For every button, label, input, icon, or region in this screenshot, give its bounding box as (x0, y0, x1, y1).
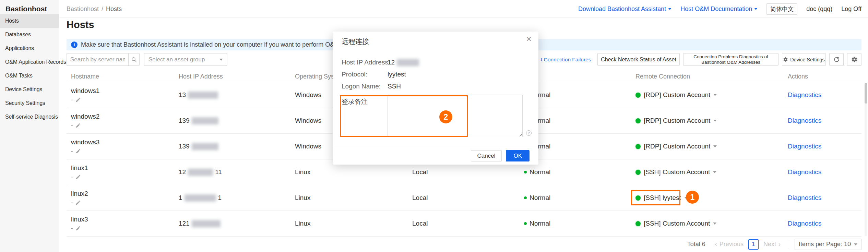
download-assistant-link[interactable]: Download Bastionhost Assistant (578, 5, 671, 13)
hostname: windows1 (71, 87, 99, 95)
sidebar-item-applications[interactable]: Applications (0, 41, 59, 55)
om-documentation-link[interactable]: Host O&M Documentation (680, 5, 758, 13)
device-settings-button[interactable]: Device Settings (782, 53, 826, 66)
diagnostics-link[interactable]: Diagnostics (788, 143, 821, 150)
connection-status-icon (635, 170, 641, 175)
help-icon[interactable]: ? (526, 130, 532, 136)
chevron-right-icon: › (778, 241, 781, 248)
next-button[interactable]: Next› (763, 241, 781, 248)
page-title: Hosts (67, 19, 94, 31)
edit-icon[interactable] (75, 123, 81, 128)
os-label: Linux (295, 211, 310, 236)
close-icon[interactable]: × (526, 34, 532, 44)
remote-connection-modal: 远程连接 × Host IP Address: 12 Protocol: lyy… (333, 32, 538, 165)
settings-button[interactable] (847, 53, 861, 66)
breadcrumb-root[interactable]: Bastionhost (67, 5, 99, 13)
edit-icon[interactable] (75, 148, 81, 154)
diagnostics-link[interactable]: Diagnostics (788, 194, 821, 202)
breadcrumb: Bastionhost / Hosts (67, 0, 122, 18)
status-label: Normal (530, 168, 550, 176)
ok-button[interactable]: OK (506, 150, 530, 161)
hostname: windows2 (71, 113, 99, 120)
log-off-link[interactable]: Log Off (841, 5, 861, 13)
th-hostname: Hostname (71, 71, 99, 82)
status-dot (524, 222, 527, 225)
connection-status-icon (635, 221, 641, 226)
search-box (67, 53, 140, 66)
hostname: linux3 (71, 216, 88, 223)
redacted-ip (397, 59, 419, 66)
previous-button[interactable]: ‹Previous (715, 241, 744, 248)
page-number[interactable]: 1 (748, 239, 759, 250)
login-remark-textarea[interactable] (388, 95, 523, 137)
status-dot (524, 171, 527, 173)
remote-connection-dropdown[interactable]: [SSH] Custom Account (635, 211, 716, 236)
search-input[interactable] (67, 53, 128, 65)
diagnostics-link[interactable]: Diagnostics (788, 91, 821, 99)
remote-connection-dropdown[interactable]: [RDP] Custom Account (635, 82, 717, 108)
diagnostics-link[interactable]: Diagnostics (788, 117, 821, 124)
sidebar-item-om-application-records[interactable]: O&M Application Records (0, 55, 59, 69)
host-ip-value: 12 (388, 59, 421, 66)
divider (789, 240, 789, 249)
remote-connection-dropdown[interactable]: [SSH] Custom Account (635, 159, 716, 185)
diagnostics-link[interactable]: Diagnostics (788, 168, 821, 176)
sidebar-item-databases[interactable]: Databases (0, 28, 59, 41)
language-button[interactable]: 简体中文 (766, 3, 797, 15)
gear-icon (851, 56, 858, 63)
scrollbar-track[interactable] (865, 83, 867, 236)
redacted-ip (188, 169, 213, 176)
diagnostics-link[interactable]: Diagnostics (788, 220, 821, 227)
remote-connection-dropdown[interactable]: [RDP] Custom Account (635, 134, 717, 159)
edit-icon[interactable] (75, 97, 81, 103)
th-remote-connection: Remote Connection (635, 71, 690, 82)
asset-group-select[interactable]: Select an asset group (144, 53, 227, 66)
table-row: linux2 - 11 Linux Local Normal [SSH] lyy… (67, 185, 861, 211)
remote-connection-dropdown[interactable]: [SSH] lyytest (635, 185, 688, 211)
network-label: Local (412, 185, 428, 211)
network-label: Local (412, 211, 428, 236)
os-label: Windows (295, 108, 321, 133)
breadcrumb-separator: / (102, 5, 103, 13)
cancel-button[interactable]: Cancel (471, 150, 502, 161)
redacted-ip (192, 117, 218, 124)
refresh-icon (833, 56, 840, 63)
sidebar-item-hosts[interactable]: Hosts (0, 14, 59, 28)
chevron-left-icon: ‹ (715, 241, 717, 248)
host-ip-label: Host IP Address: (342, 59, 390, 66)
check-network-button[interactable]: Check Network Status of Asset (597, 53, 680, 66)
connection-status-icon (635, 118, 641, 123)
status-label: Normal (530, 194, 550, 202)
edit-icon[interactable] (75, 226, 81, 231)
refresh-button[interactable] (829, 53, 844, 66)
search-button[interactable] (128, 53, 139, 65)
os-label: Linux (295, 185, 310, 211)
chevron-down-icon (219, 59, 223, 61)
connection-status-icon (635, 144, 641, 149)
items-per-page-select[interactable]: Items per Page: 10 (795, 239, 861, 250)
sidebar-item-om-tasks[interactable]: O&M Tasks (0, 69, 59, 83)
account-label[interactable]: doc (qqq) (806, 5, 832, 13)
sidebar-item-security-settings[interactable]: Security Settings (0, 96, 59, 110)
topbar: Bastionhost / Hosts Download Bastionhost… (59, 0, 868, 18)
protocol-label: Protocol: (342, 71, 367, 78)
app-sidebar: Bastionhost Hosts Databases Applications… (0, 0, 59, 252)
edit-icon[interactable] (75, 174, 81, 180)
chevron-down-icon (854, 243, 857, 245)
sidebar-item-self-service-diagnosis[interactable]: Self-service Diagnosis (0, 110, 59, 124)
scrollbar-thumb[interactable] (865, 83, 867, 104)
os-label: Windows (295, 82, 321, 108)
sidebar-item-device-settings[interactable]: Device Settings (0, 83, 59, 96)
protocol-value: lyytest (388, 71, 406, 78)
total-label: Total 6 (687, 241, 705, 248)
th-host-ip: Host IP Address (179, 71, 223, 82)
os-label: Windows (295, 134, 321, 159)
pagination: Total 6 ‹Previous 1 Next› Items per Page… (687, 237, 861, 252)
search-icon (131, 57, 137, 63)
os-label: Linux (295, 159, 310, 185)
edit-icon[interactable] (75, 200, 81, 205)
connection-failures-link[interactable]: t Connection Failures (541, 57, 594, 63)
remote-connection-dropdown[interactable]: [RDP] Custom Account (635, 108, 717, 133)
chevron-down-icon (754, 8, 758, 10)
connection-diagnostics-button[interactable]: Connection Problems Diagnostics of Basti… (683, 53, 778, 66)
